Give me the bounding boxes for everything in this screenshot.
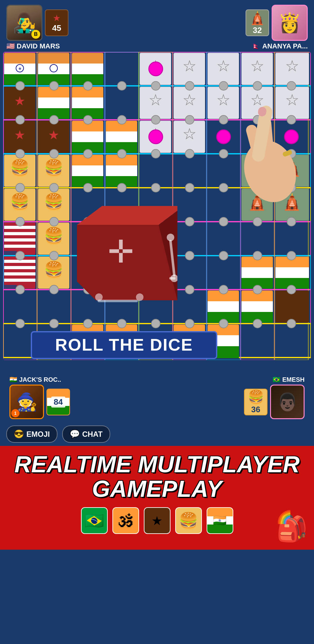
svg-point-217 <box>287 319 296 328</box>
emoji-button[interactable]: 😎 EMOJI <box>6 425 57 443</box>
svg-point-148 <box>84 81 92 90</box>
svg-text:🛕: 🛕 <box>247 158 267 177</box>
ludo-board[interactable]: ☸ ☆ ☆ ☆ ☆ ☆ ★ <box>3 52 311 360</box>
svg-rect-114 <box>4 272 35 275</box>
svg-rect-117 <box>4 282 35 285</box>
svg-point-171 <box>253 149 262 158</box>
svg-point-154 <box>287 81 296 90</box>
svg-text:★: ★ <box>14 128 25 142</box>
chat-icon: 💬 <box>70 429 80 439</box>
svg-point-216 <box>253 319 262 328</box>
name-emesh: 🇧🇷 EMESH <box>273 376 305 383</box>
promo-icon-om: 🕉 <box>112 507 139 534</box>
bottom-players-row: 🇮🇳 JACK'S ROC.. 🧙 1 84 🇧🇷 EMESH 🍔 36 <box>0 373 314 422</box>
svg-point-208 <box>287 285 296 294</box>
svg-point-183 <box>50 217 58 226</box>
svg-point-152 <box>219 81 228 90</box>
svg-point-221 <box>284 130 298 144</box>
svg-point-169 <box>185 149 194 158</box>
svg-point-151 <box>185 81 194 90</box>
svg-point-166 <box>84 149 92 158</box>
svg-point-170 <box>219 149 228 158</box>
emoji-label: EMOJI <box>26 430 50 439</box>
svg-point-182 <box>16 217 24 226</box>
svg-point-146 <box>16 81 24 90</box>
promo-icon-brazil: 🇧🇷 <box>81 507 108 534</box>
game-board-area: ☸ ☆ ☆ ☆ ☆ ☆ ★ <box>0 52 314 373</box>
svg-rect-116 <box>4 279 35 282</box>
svg-point-181 <box>287 183 296 192</box>
svg-point-205 <box>185 285 194 294</box>
svg-text:☆: ☆ <box>216 91 230 109</box>
svg-text:🛕: 🛕 <box>282 192 302 211</box>
svg-point-187 <box>185 217 194 226</box>
name-ananya: 🇳🇵 ANANYA PA... <box>252 42 308 50</box>
svg-rect-44 <box>38 97 69 108</box>
name-jack: 🇮🇳 JACK'S ROC.. <box>9 376 61 383</box>
svg-point-149 <box>117 81 126 90</box>
svg-rect-105 <box>4 251 17 255</box>
svg-point-173 <box>16 183 24 192</box>
svg-rect-113 <box>4 269 35 272</box>
svg-rect-118 <box>4 285 17 289</box>
svg-point-172 <box>287 149 296 158</box>
avatar-emesh: 👨🏿 <box>270 385 305 419</box>
svg-rect-99 <box>4 232 35 235</box>
action-bar: 😎 EMOJI 💬 CHAT <box>0 422 314 446</box>
token-box-ananya: 🛕 32 <box>246 9 269 36</box>
svg-text:🛕: 🛕 <box>282 158 302 177</box>
dice-3d[interactable]: ✛ <box>58 187 177 307</box>
chat-button[interactable]: 💬 CHAT <box>62 425 110 443</box>
avatar-ananya: 👸 <box>272 5 308 41</box>
svg-text:🍔: 🍔 <box>10 158 30 177</box>
svg-point-155 <box>16 115 24 124</box>
svg-text:☆: ☆ <box>216 57 230 75</box>
svg-point-234 <box>136 293 143 301</box>
svg-text:☆: ☆ <box>182 91 197 109</box>
svg-point-150 <box>151 81 160 90</box>
player-bottom-left: 🇮🇳 JACK'S ROC.. 🧙 1 84 <box>6 376 70 419</box>
player-bottom-right: 🇧🇷 EMESH 🍔 36 👨🏿 <box>244 376 308 419</box>
svg-text:★: ★ <box>14 94 25 108</box>
svg-rect-133 <box>275 291 309 323</box>
player-top-left: 👨‍🎤 B ★ 45 🇺🇸 DAVID MARS <box>6 5 68 50</box>
token-box-david: ★ 45 <box>45 9 68 36</box>
svg-text:☸: ☸ <box>19 67 21 70</box>
svg-point-218 <box>149 62 163 76</box>
svg-point-206 <box>219 285 228 294</box>
promo-icon-india: 🇮🇳 <box>207 507 233 534</box>
svg-rect-131 <box>241 301 273 312</box>
svg-point-163 <box>287 115 296 124</box>
promo-icon-brown: ★ <box>144 507 171 534</box>
svg-point-165 <box>50 149 58 158</box>
svg-text:☆: ☆ <box>250 57 264 75</box>
svg-point-158 <box>117 115 126 124</box>
svg-text:☆: ☆ <box>149 91 163 109</box>
score-emesh: 36 <box>251 405 260 414</box>
svg-rect-125 <box>275 267 309 278</box>
svg-point-215 <box>219 319 228 328</box>
svg-point-213 <box>151 319 160 328</box>
svg-point-153 <box>253 81 262 90</box>
svg-point-180 <box>253 183 262 192</box>
svg-point-209 <box>16 319 24 328</box>
svg-rect-67 <box>106 131 137 142</box>
svg-point-219 <box>149 130 163 144</box>
avatar-jack: 🧙 1 <box>9 385 44 419</box>
svg-text:☆: ☆ <box>182 125 197 143</box>
svg-point-174 <box>50 183 58 192</box>
chat-label: CHAT <box>82 430 103 439</box>
svg-rect-47 <box>72 97 103 108</box>
svg-point-159 <box>151 115 160 124</box>
svg-point-168 <box>151 149 160 158</box>
token-box-jack: 84 <box>46 389 70 415</box>
svg-rect-100 <box>4 235 35 238</box>
svg-point-161 <box>219 115 228 124</box>
svg-text:☆: ☆ <box>250 91 264 109</box>
svg-point-157 <box>84 115 92 124</box>
svg-point-196 <box>185 251 194 260</box>
svg-point-220 <box>217 130 230 144</box>
promo-icon-burger: 🍔 <box>175 507 202 534</box>
promo-icons: 🇧🇷 🕉 ★ 🍔 🇮🇳 <box>6 507 308 534</box>
score-jack: 84 <box>51 397 65 408</box>
